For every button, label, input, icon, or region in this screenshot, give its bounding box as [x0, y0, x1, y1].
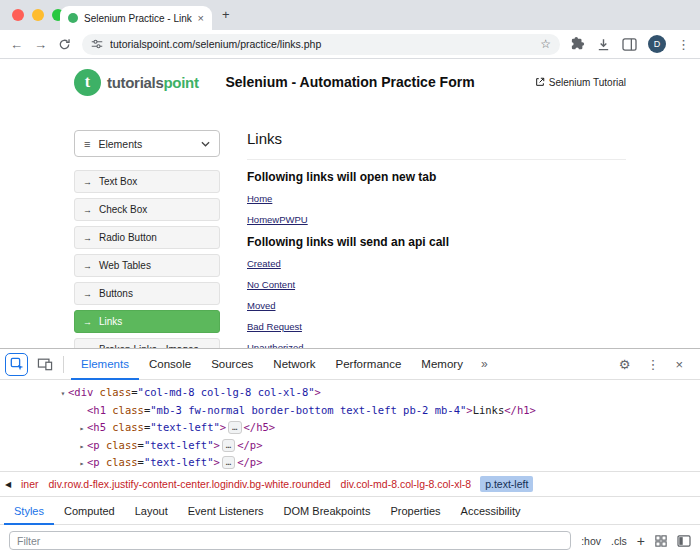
sidebar-item-label: Radio Button: [99, 232, 157, 243]
styles-panel-tab-dom-breakpoints[interactable]: DOM Breakpoints: [274, 497, 381, 525]
inspect-element-icon[interactable]: [5, 353, 28, 376]
tab-favicon-icon: [68, 13, 78, 23]
sidebar-item-check-box[interactable]: →Check Box: [74, 198, 220, 221]
breadcrumb-item[interactable]: div.col-md-8.col-lg-8.col-xl-8: [336, 476, 477, 492]
new-style-rule-icon[interactable]: +: [637, 533, 645, 549]
sidebar-item-web-tables[interactable]: →Web Tables: [74, 254, 220, 277]
dom-token: >: [213, 456, 219, 468]
bookmark-star-icon[interactable]: ☆: [540, 37, 551, 51]
devtools-tab-network[interactable]: Network: [263, 349, 325, 380]
selenium-tutorial-label: Selenium Tutorial: [549, 77, 626, 88]
styles-filter-input[interactable]: [9, 531, 571, 550]
twisty-icon[interactable]: ▸: [76, 455, 88, 471]
dom-token: </p>: [237, 439, 262, 451]
twisty-icon[interactable]: ▸: [76, 438, 88, 456]
hover-state-button[interactable]: :hov: [581, 535, 601, 547]
close-window-button[interactable]: [12, 9, 24, 21]
elements-sidebar: ≡ Elements →Text Box→Check Box→Radio But…: [74, 130, 220, 348]
sidebar-item-links[interactable]: →Links: [74, 310, 220, 333]
links-content: Links Following links will open new tabH…: [220, 130, 626, 348]
url-text[interactable]: tutorialspoint.com/selenium/practice/lin…: [110, 38, 533, 50]
expand-inline-icon[interactable]: …: [222, 456, 235, 469]
dom-token: "text-left": [144, 439, 214, 451]
toolbar-right-icons: D ⋮: [571, 35, 690, 53]
page-link-homewpwpu[interactable]: HomewPWPU: [247, 214, 308, 225]
styles-panel-tab-computed[interactable]: Computed: [54, 497, 125, 525]
more-tabs-icon[interactable]: »: [475, 357, 494, 371]
expand-inline-icon[interactable]: …: [222, 439, 235, 452]
device-toolbar-icon[interactable]: [34, 353, 56, 375]
address-bar[interactable]: tutorialspoint.com/selenium/practice/lin…: [82, 34, 560, 55]
reload-icon[interactable]: [58, 38, 71, 51]
devtools-menu-icon[interactable]: ⋮: [639, 357, 666, 372]
tutorialspoint-logo-icon: t: [74, 69, 101, 96]
dom-tree-line[interactable]: ▾<div class="col-md-8 col-lg-8 col-xl-8"…: [0, 384, 700, 402]
styles-panel-tab-properties[interactable]: Properties: [380, 497, 450, 525]
dom-token: "mb-3 fw-normal border-bottom text-left …: [150, 404, 466, 416]
dock-sidebar-icon[interactable]: [677, 535, 691, 547]
dom-tree-line[interactable]: <h1 class="mb-3 fw-normal border-bottom …: [0, 402, 700, 420]
side-panel-icon[interactable]: [622, 38, 637, 51]
breadcrumb-item[interactable]: div.row.d-flex.justify-content-center.lo…: [44, 476, 336, 492]
dom-tree-line[interactable]: ▸<p class="text-left">…</p>: [0, 454, 700, 471]
dom-token: class: [93, 386, 131, 398]
external-link-icon: [535, 77, 545, 87]
profile-avatar[interactable]: D: [648, 35, 666, 53]
arrow-right-icon: →: [83, 289, 92, 299]
browser-menu-icon[interactable]: ⋮: [677, 37, 690, 52]
section-heading: Following links will send an api call: [247, 235, 626, 249]
brand-name: tutorialspoint: [107, 74, 199, 91]
sidebar-item-buttons[interactable]: →Buttons: [74, 282, 220, 305]
toolbar-divider: [63, 356, 64, 373]
forward-icon[interactable]: →: [34, 38, 47, 51]
tab-close-icon[interactable]: ×: [198, 12, 204, 24]
page-link-no-content[interactable]: No Content: [247, 279, 295, 290]
element-classes-button[interactable]: .cls: [611, 535, 627, 547]
extensions-icon[interactable]: [571, 37, 585, 51]
styles-panel-tab-styles[interactable]: Styles: [4, 497, 54, 525]
twisty-icon[interactable]: ▾: [57, 385, 69, 403]
styles-panel-tab-layout[interactable]: Layout: [125, 497, 178, 525]
grid-icon[interactable]: [655, 535, 667, 547]
minimize-window-button[interactable]: [32, 9, 44, 21]
breadcrumb-item[interactable]: p.text-left: [480, 476, 533, 492]
devtools-close-icon[interactable]: ×: [668, 357, 690, 372]
devtools-tab-performance[interactable]: Performance: [326, 349, 412, 380]
dom-tree-line[interactable]: ▸<h5 class="text-left">…</h5>: [0, 419, 700, 437]
titlebar: Selenium Practice - Links × +: [0, 0, 700, 30]
expand-inline-icon[interactable]: …: [228, 421, 241, 434]
dom-tree-line[interactable]: ▸<p class="text-left">…</p>: [0, 437, 700, 455]
browser-tab[interactable]: Selenium Practice - Links ×: [60, 6, 212, 30]
sidebar-item-label: Web Tables: [99, 260, 151, 271]
devtools-tab-memory[interactable]: Memory: [411, 349, 473, 380]
styles-panel-tab-event-listeners[interactable]: Event Listeners: [178, 497, 274, 525]
tutorialspoint-brand[interactable]: t tutorialspoint: [74, 69, 222, 96]
devtools-tab-console[interactable]: Console: [139, 349, 201, 380]
sidebar-item-radio-button[interactable]: →Radio Button: [74, 226, 220, 249]
breadcrumb-bar: ◀ inerdiv.row.d-flex.justify-content-cen…: [0, 471, 700, 496]
styles-panel-tab-accessibility[interactable]: Accessibility: [451, 497, 531, 525]
site-settings-icon[interactable]: [91, 38, 103, 50]
devtools-tab-elements[interactable]: Elements: [71, 349, 139, 380]
sidebar-item-broken-links-images[interactable]: →Broken Links - Images: [74, 338, 220, 348]
page-link-moved[interactable]: Moved: [247, 300, 276, 311]
elements-dropdown[interactable]: ≡ Elements: [74, 130, 220, 157]
breadcrumb-item[interactable]: iner: [16, 476, 44, 492]
dom-token: </p>: [237, 456, 262, 468]
sidebar-item-text-box[interactable]: →Text Box: [74, 170, 220, 193]
settings-gear-icon[interactable]: ⚙: [612, 357, 638, 372]
dom-token: "text-left": [150, 421, 220, 433]
new-tab-button[interactable]: +: [222, 7, 230, 22]
page-link-created[interactable]: Created: [247, 258, 281, 269]
twisty-icon[interactable]: ▸: [76, 420, 88, 438]
selenium-tutorial-link[interactable]: Selenium Tutorial: [478, 77, 626, 88]
page-link-bad-request[interactable]: Bad Request: [247, 321, 302, 332]
back-icon[interactable]: ←: [10, 38, 23, 51]
chevron-down-icon: [201, 141, 210, 147]
crumbs-scroll-left-icon[interactable]: ◀: [0, 480, 16, 489]
downloads-icon[interactable]: [596, 37, 611, 52]
devtools-tab-sources[interactable]: Sources: [201, 349, 263, 380]
page-link-home[interactable]: Home: [247, 193, 272, 204]
arrow-right-icon: →: [83, 317, 92, 327]
arrow-right-icon: →: [83, 233, 92, 243]
